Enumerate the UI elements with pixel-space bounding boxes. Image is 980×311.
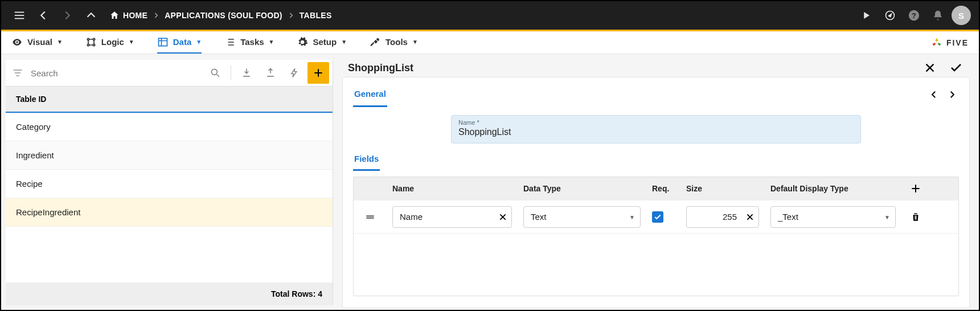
drag-handle-icon[interactable] xyxy=(354,211,387,223)
add-button[interactable] xyxy=(307,62,329,84)
breadcrumb-home[interactable]: HOME xyxy=(109,10,147,21)
divider xyxy=(231,66,231,80)
col-datatype: Data Type xyxy=(518,184,646,193)
svg-rect-19 xyxy=(916,215,916,219)
dropdown-icon[interactable]: ▼ xyxy=(884,214,890,220)
col-size: Size xyxy=(680,184,765,193)
breadcrumb-applications[interactable]: APPLICATIONS (SOUL FOOD) xyxy=(165,11,282,20)
nav-visual[interactable]: Visual ▼ xyxy=(11,32,63,54)
svg-text:?: ? xyxy=(912,11,916,20)
section-fields[interactable]: Fields xyxy=(353,144,380,171)
search-icon[interactable] xyxy=(204,62,226,84)
avatar-initial: S xyxy=(958,11,964,21)
list-item[interactable]: Category xyxy=(6,113,333,141)
clear-icon[interactable] xyxy=(498,212,507,222)
svg-rect-12 xyxy=(14,69,22,71)
name-field-label: Name * xyxy=(458,119,854,126)
bolt-icon[interactable] xyxy=(284,62,305,84)
svg-rect-18 xyxy=(915,215,916,219)
dropdown-icon: ▼ xyxy=(269,39,274,45)
filter-icon[interactable] xyxy=(9,64,26,81)
field-display-select[interactable] xyxy=(770,206,896,228)
name-field-value: ShoppingList xyxy=(458,127,854,137)
compass-icon[interactable] xyxy=(880,5,900,26)
svg-rect-0 xyxy=(15,12,24,13)
fields-grid: Name Data Type Req. Size Default Display… xyxy=(353,177,959,296)
dropdown-icon: ▼ xyxy=(412,39,418,45)
field-req-checkbox[interactable] xyxy=(652,211,663,223)
menu-icon[interactable] xyxy=(9,5,30,26)
svg-rect-13 xyxy=(15,72,20,73)
list-icon xyxy=(224,36,236,48)
svg-point-15 xyxy=(211,69,217,75)
breadcrumb: HOME APPLICATIONS (SOUL FOOD) TABLES xyxy=(109,10,332,21)
table-list: Category Ingredient Recipe RecipeIngredi… xyxy=(6,113,333,283)
nav-data[interactable]: Data ▼ xyxy=(157,32,202,54)
export-icon[interactable] xyxy=(260,62,281,84)
footer-count: 4 xyxy=(318,289,322,298)
table-icon xyxy=(157,36,169,48)
import-icon[interactable] xyxy=(236,62,257,84)
nav-tools[interactable]: Tools ▼ xyxy=(370,32,418,54)
field-name-input[interactable] xyxy=(392,206,512,228)
tab-general[interactable]: General xyxy=(353,82,387,107)
nav-visual-label: Visual xyxy=(27,37,52,47)
close-icon[interactable] xyxy=(922,60,938,76)
col-req: Req. xyxy=(646,184,680,193)
field-datatype-select[interactable] xyxy=(523,206,641,228)
dropdown-icon: ▼ xyxy=(196,39,202,45)
dropdown-icon: ▼ xyxy=(129,39,134,45)
svg-rect-17 xyxy=(366,217,374,218)
eye-icon xyxy=(11,36,23,48)
nav-tools-label: Tools xyxy=(386,37,408,47)
tools-icon xyxy=(370,36,381,48)
svg-rect-16 xyxy=(366,215,374,216)
svg-rect-1 xyxy=(15,15,24,16)
name-field[interactable]: Name * ShoppingList xyxy=(451,115,861,144)
list-item[interactable]: Ingredient xyxy=(6,141,333,170)
grid-empty-area xyxy=(354,233,958,296)
list-header: Table ID xyxy=(6,86,333,113)
nav-setup[interactable]: Setup ▼ xyxy=(297,32,347,54)
breadcrumb-tables[interactable]: TABLES xyxy=(300,11,332,20)
field-row: ▼ xyxy=(354,200,958,233)
footer-label: Total Rows: xyxy=(271,289,315,298)
dropdown-icon: ▼ xyxy=(57,39,63,45)
svg-point-8 xyxy=(93,38,95,40)
svg-rect-14 xyxy=(17,75,19,76)
gear-icon xyxy=(297,36,308,48)
nav-setup-label: Setup xyxy=(313,37,337,47)
col-name: Name xyxy=(387,184,518,193)
play-icon[interactable] xyxy=(856,5,876,26)
back-icon[interactable] xyxy=(33,5,54,26)
svg-point-7 xyxy=(87,38,89,40)
avatar[interactable]: S xyxy=(952,6,971,25)
check-icon[interactable] xyxy=(948,60,964,76)
svg-point-9 xyxy=(87,44,89,46)
add-field-button[interactable] xyxy=(901,183,930,194)
list-footer: Total Rows: 4 xyxy=(6,283,333,305)
nav-tasks[interactable]: Tasks ▼ xyxy=(224,32,274,54)
list-item[interactable]: RecipeIngredient xyxy=(6,198,333,227)
delete-field-button[interactable] xyxy=(901,212,930,222)
bell-icon[interactable] xyxy=(928,5,948,26)
clear-icon[interactable] xyxy=(745,212,755,222)
list-item[interactable]: Recipe xyxy=(6,170,333,198)
breadcrumb-home-label: HOME xyxy=(123,11,147,20)
detail-title: ShoppingList xyxy=(348,62,413,74)
search-input[interactable] xyxy=(28,65,202,81)
nav-data-label: Data xyxy=(173,37,192,47)
nav-logic-label: Logic xyxy=(101,37,124,47)
svg-point-6 xyxy=(16,41,18,43)
svg-point-10 xyxy=(93,44,95,46)
dropdown-icon[interactable]: ▼ xyxy=(629,214,635,220)
up-icon[interactable] xyxy=(81,5,101,26)
tab-prev-icon[interactable] xyxy=(927,88,941,101)
nav-logic[interactable]: Logic ▼ xyxy=(85,32,134,54)
help-icon[interactable]: ? xyxy=(904,5,924,26)
svg-rect-11 xyxy=(158,38,167,46)
five-logo-icon xyxy=(930,36,943,49)
dropdown-icon: ▼ xyxy=(341,39,347,45)
tab-next-icon[interactable] xyxy=(945,88,959,101)
svg-rect-2 xyxy=(15,18,24,19)
